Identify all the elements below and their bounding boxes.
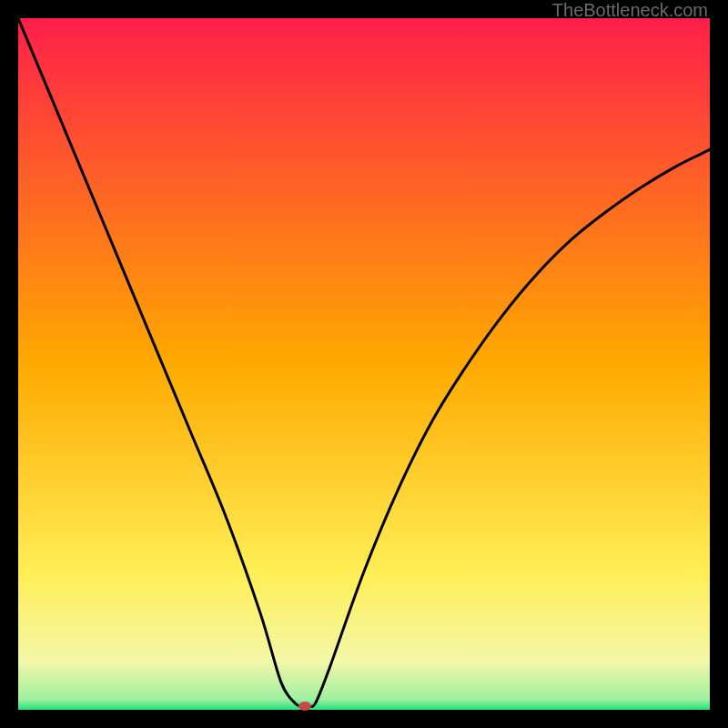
chart-frame	[18, 18, 710, 710]
optimal-point-marker	[298, 702, 311, 711]
bottleneck-curve-path	[18, 18, 710, 707]
watermark-text: TheBottleneck.com	[552, 0, 708, 21]
curve-layer	[18, 18, 710, 710]
